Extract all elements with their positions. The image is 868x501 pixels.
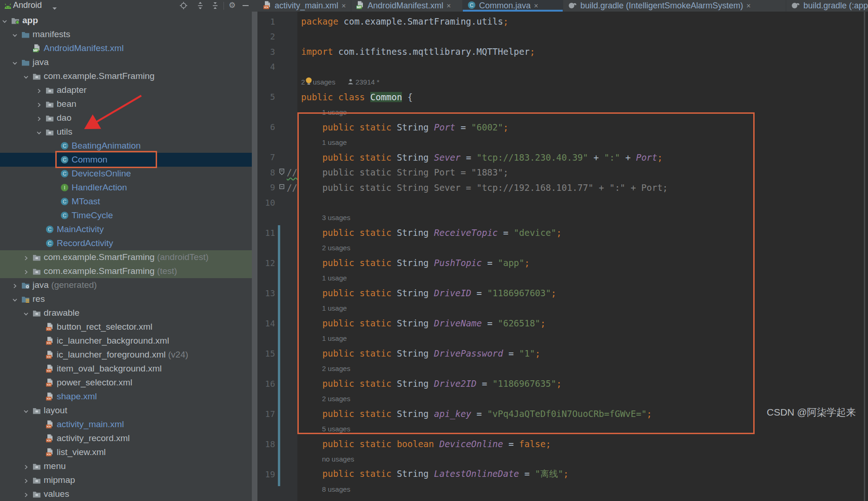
code-line[interactable]: 4 — [257, 59, 868, 75]
code-line[interactable]: 19 public static String LatestOnlineDate… — [257, 467, 868, 482]
usages-hint[interactable]: 2 usages — [322, 244, 350, 252]
tree-item-values[interactable]: values — [0, 487, 252, 501]
tree-item-java[interactable]: java (generated) — [0, 278, 252, 292]
tree-item-deviceisonline[interactable]: CDeviceIsOnline — [0, 167, 252, 181]
tree-item-beatinganimation[interactable]: CBeatingAnimation — [0, 139, 252, 153]
tab-androidmanifest-xml[interactable]: MFAndroidManifest.xml× — [351, 0, 463, 12]
usages-hint[interactable]: 1 usage — [322, 334, 347, 342]
code-line[interactable]: 6 public static String Port = "6002"; — [257, 120, 868, 135]
chevron-down-icon[interactable] — [23, 310, 29, 316]
usages-hint[interactable]: 2usages 23914 * — [301, 77, 380, 86]
tree-item-layout[interactable]: layout — [0, 403, 252, 417]
usages-hint[interactable]: 2 usages — [322, 364, 350, 372]
chevron-right-icon[interactable] — [23, 254, 29, 260]
tree-item-dao[interactable]: dao — [0, 111, 252, 125]
code-line[interactable]: 12 public static String PushTopic = "app… — [257, 255, 868, 271]
tree-item-button-rect-selector-xml[interactable]: <>button_rect_selector.xml — [0, 320, 252, 334]
code-editor[interactable]: 1package com.example.SmartFraming.utils;… — [257, 12, 868, 501]
close-icon[interactable]: × — [447, 2, 451, 10]
tree-item-power-selector-xml[interactable]: <>power_selector.xml — [0, 376, 252, 390]
code-line[interactable]: 8// public static String Port = "1883"; — [257, 165, 868, 180]
code-line[interactable]: 16 public static String Drive2ID = "1186… — [257, 376, 868, 391]
chevron-down-icon[interactable] — [23, 73, 29, 79]
chevron-right-icon[interactable] — [23, 477, 29, 483]
chevron-right-icon[interactable] — [23, 268, 29, 274]
code-line[interactable]: 10 — [257, 195, 868, 210]
hide-panel-icon[interactable] — [243, 5, 249, 6]
tree-item-list-view-xml[interactable]: <>list_view.xml — [0, 445, 252, 459]
close-icon[interactable]: × — [342, 2, 346, 10]
tab-build-gradle-app-[interactable]: build.gradle (:app)× — [786, 0, 868, 12]
tree-item-drawable[interactable]: drawable — [0, 306, 252, 320]
chevron-down-icon[interactable] — [12, 59, 18, 65]
code-line[interactable]: 11 public static String ReceiveTopic = "… — [257, 225, 868, 241]
chevron-down-icon[interactable] — [36, 129, 42, 135]
tree-item-app[interactable]: app — [0, 13, 252, 27]
usages-hint[interactable]: 2 usages — [322, 395, 350, 403]
usages-hint[interactable]: 8 usages — [322, 485, 350, 493]
chevron-down-icon[interactable] — [23, 408, 29, 413]
tree-item-utils[interactable]: utils — [0, 125, 252, 139]
code-line[interactable]: 18 public static boolean DeviceOnline = … — [257, 436, 868, 452]
usages-hint[interactable]: 1 usage — [322, 304, 347, 312]
code-line[interactable]: 7 public static String Sever = "tcp://18… — [257, 150, 868, 165]
tab-activity-main-xml[interactable]: <>activity_main.xml× — [258, 0, 351, 12]
code-line[interactable]: 2 — [257, 29, 868, 45]
project-panel-scrollbar[interactable] — [252, 12, 257, 501]
chevron-right-icon[interactable] — [36, 87, 42, 93]
fold-marker-icon[interactable] — [279, 167, 285, 177]
code-line[interactable]: 14 public static String DriveName = "626… — [257, 316, 868, 331]
chevron-right-icon[interactable] — [23, 491, 29, 497]
tree-item-shape-xml[interactable]: <>shape.xml — [0, 390, 252, 403]
tree-item-mainactivity[interactable]: CMainActivity — [0, 222, 252, 236]
tree-item-manifests[interactable]: manifests — [0, 27, 252, 41]
tree-item-mtoast[interactable]: CMToast — [0, 195, 252, 208]
tree-item-mipmap[interactable]: mipmap — [0, 473, 252, 487]
usages-hint[interactable]: 5 usages — [322, 425, 350, 433]
usages-hint[interactable]: 3 usages — [322, 214, 350, 221]
tree-item-menu[interactable]: menu — [0, 459, 252, 473]
tree-item-com-example-smartframing[interactable]: com.example.SmartFraming — [0, 69, 252, 83]
fold-marker-icon[interactable] — [279, 182, 285, 193]
code-line[interactable]: 13 public static String DriveID = "11869… — [257, 286, 868, 301]
usages-hint[interactable]: 1 usage — [322, 138, 347, 146]
tab-build-gradle-intelligentsmokealarmsystem-[interactable]: build.gradle (IntelligentSmokeAlarmSyste… — [563, 0, 786, 12]
editor-scrollbar[interactable] — [864, 12, 865, 501]
usages-hint[interactable]: 1 usage — [322, 108, 347, 116]
chevron-right-icon[interactable] — [12, 282, 18, 288]
code-line[interactable]: 1package com.example.SmartFraming.utils; — [257, 14, 868, 29]
tree-item-res[interactable]: res — [0, 292, 252, 306]
code-line[interactable]: 9// public static String Sever = "tcp://… — [257, 180, 868, 195]
tree-item-java[interactable]: java — [0, 55, 252, 69]
tree-item-androidmanifest-xml[interactable]: MFAndroidManifest.xml — [0, 41, 252, 55]
code-line[interactable]: 5public class Common { — [257, 90, 868, 105]
close-icon[interactable]: × — [746, 2, 750, 10]
tree-item-activity-record-xml[interactable]: <>activity_record.xml — [0, 431, 252, 445]
tree-item-adapter[interactable]: adapter — [0, 83, 252, 97]
tree-item-bean[interactable]: bean — [0, 97, 252, 111]
close-icon[interactable]: × — [534, 2, 538, 10]
chevron-down-icon[interactable] — [12, 32, 18, 37]
tree-item-item-oval-background-xml[interactable]: <>item_oval_background.xml — [0, 362, 252, 376]
chevron-right-icon[interactable] — [36, 101, 42, 107]
project-view-selector[interactable]: Android — [13, 0, 42, 10]
tree-item-com-example-smartframing[interactable]: com.example.SmartFraming (androidTest) — [0, 250, 252, 264]
tree-item-ic-launcher-background-xml[interactable]: <>ic_launcher_background.xml — [0, 334, 252, 348]
collapse-all-icon[interactable] — [211, 1, 219, 12]
tree-item-common[interactable]: CCommon — [0, 153, 252, 167]
expand-all-icon[interactable] — [196, 1, 204, 12]
tab-common-java[interactable]: CCommon.java× — [463, 0, 563, 12]
tree-item-handleraction[interactable]: IHandlerAction — [0, 181, 252, 195]
tree-item-activity-main-xml[interactable]: <>activity_main.xml — [0, 417, 252, 431]
chevron-down-icon[interactable] — [12, 296, 18, 302]
code-line[interactable]: 3import com.itfitness.mqttlibrary.MQTTHe… — [257, 44, 868, 59]
tree-item-ic-launcher-foreground-xml[interactable]: <>ic_launcher_foreground.xml (v24) — [0, 348, 252, 362]
chevron-down-icon[interactable] — [2, 18, 7, 23]
code-line[interactable]: 15 public static String DrivePassword = … — [257, 346, 868, 361]
chevron-right-icon[interactable] — [36, 115, 42, 121]
chevron-right-icon[interactable] — [23, 463, 29, 469]
tree-item-recordactivity[interactable]: CRecordActivity — [0, 236, 252, 250]
tree-item-com-example-smartframing[interactable]: com.example.SmartFraming (test) — [0, 264, 252, 278]
target-icon[interactable] — [179, 1, 188, 12]
settings-gear-icon[interactable]: ⚙ — [229, 0, 236, 10]
